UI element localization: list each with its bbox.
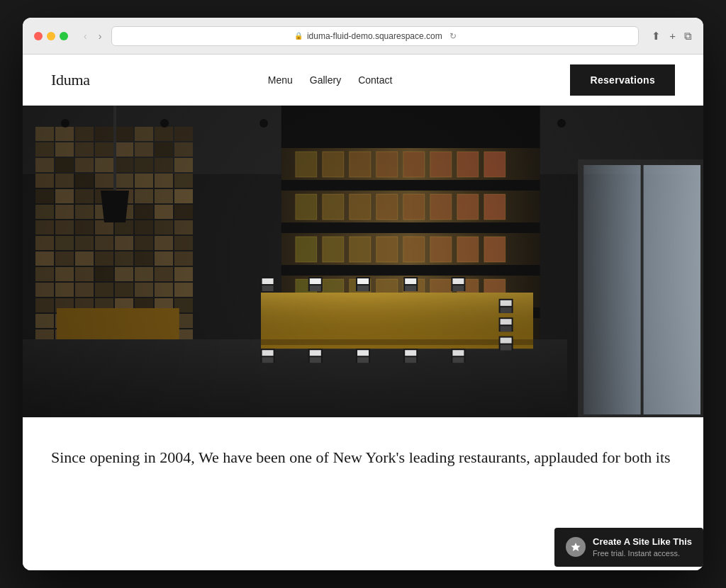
nav-link-contact[interactable]: Contact [358,74,392,86]
traffic-lights [34,32,68,40]
ss-badge[interactable]: Create A Site Like This Free trial. Inst… [554,528,703,567]
website-content: Iduma Menu Gallery Contact Reservations … [23,55,703,570]
body-text: Since opening in 2004, We have been one … [51,446,675,469]
browser-chrome: ‹ › 🔒 iduma-fluid-demo.squarespace.com ↻… [23,18,703,55]
browser-window: ‹ › 🔒 iduma-fluid-demo.squarespace.com ↻… [23,18,703,570]
ss-badge-subtitle: Free trial. Instant access. [593,548,692,558]
ss-badge-text: Create A Site Like This Free trial. Inst… [593,536,692,558]
ss-badge-icon [566,537,586,557]
minimize-button[interactable] [47,32,55,40]
nav-link-menu[interactable]: Menu [268,74,293,86]
site-logo: Iduma [51,71,90,89]
new-tab-button[interactable]: + [669,30,676,43]
tabs-button[interactable]: ⧉ [684,30,692,43]
reservations-button[interactable]: Reservations [570,64,675,96]
share-button[interactable]: ⬆ [652,30,661,43]
lock-icon: 🔒 [294,32,303,40]
browser-controls: ‹ › [81,28,104,45]
forward-button[interactable]: › [96,28,105,45]
close-button[interactable] [34,32,43,40]
back-button[interactable]: ‹ [81,28,90,45]
hero-image [23,106,703,417]
ss-badge-title: Create A Site Like This [593,536,692,548]
address-bar[interactable]: 🔒 iduma-fluid-demo.squarespace.com ↻ [111,26,639,46]
browser-actions: ⬆ + ⧉ [652,30,692,43]
nav-link-gallery[interactable]: Gallery [310,74,341,86]
maximize-button[interactable] [60,32,68,40]
hero-canvas [23,106,703,417]
url-text: iduma-fluid-demo.squarespace.com [307,31,442,41]
reload-icon: ↻ [449,31,457,41]
site-nav: Iduma Menu Gallery Contact Reservations [23,55,703,106]
site-nav-links: Menu Gallery Contact [268,74,393,86]
